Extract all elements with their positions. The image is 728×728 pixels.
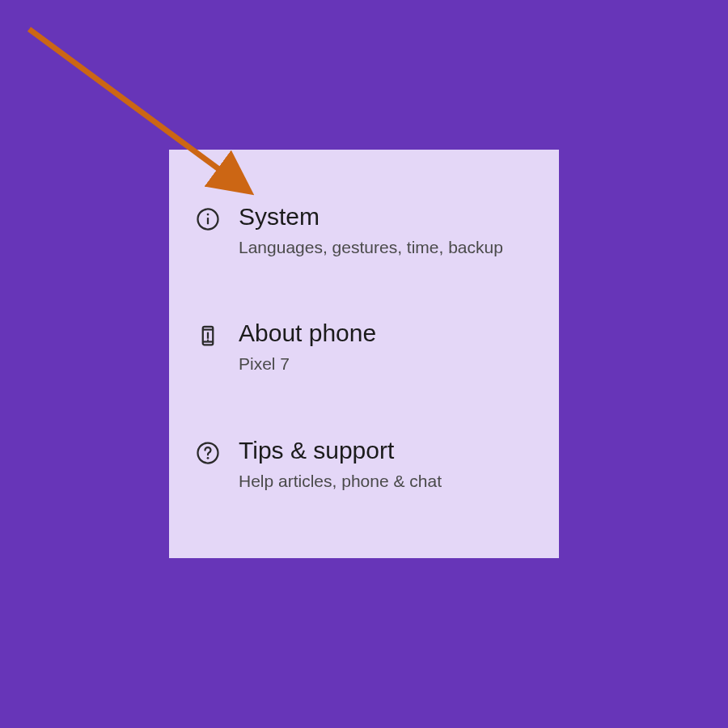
settings-item-system[interactable]: System Languages, gestures, time, backup [169, 186, 559, 274]
svg-point-7 [207, 340, 209, 341]
phone-icon [188, 319, 227, 348]
settings-item-subtitle: Languages, gestures, time, backup [239, 236, 540, 258]
settings-item-title: System [239, 202, 540, 231]
settings-item-subtitle: Help articles, phone & chat [239, 470, 540, 492]
help-icon [188, 436, 227, 465]
settings-item-title: Tips & support [239, 436, 540, 465]
settings-panel: System Languages, gestures, time, backup… [169, 150, 559, 558]
settings-item-title: About phone [239, 319, 540, 348]
settings-item-subtitle: Pixel 7 [239, 353, 540, 375]
info-icon [188, 202, 227, 231]
settings-item-about-phone[interactable]: About phone Pixel 7 [169, 303, 559, 391]
svg-point-9 [207, 456, 210, 459]
settings-item-tips-support[interactable]: Tips & support Help articles, phone & ch… [169, 420, 559, 508]
svg-point-2 [207, 214, 210, 216]
